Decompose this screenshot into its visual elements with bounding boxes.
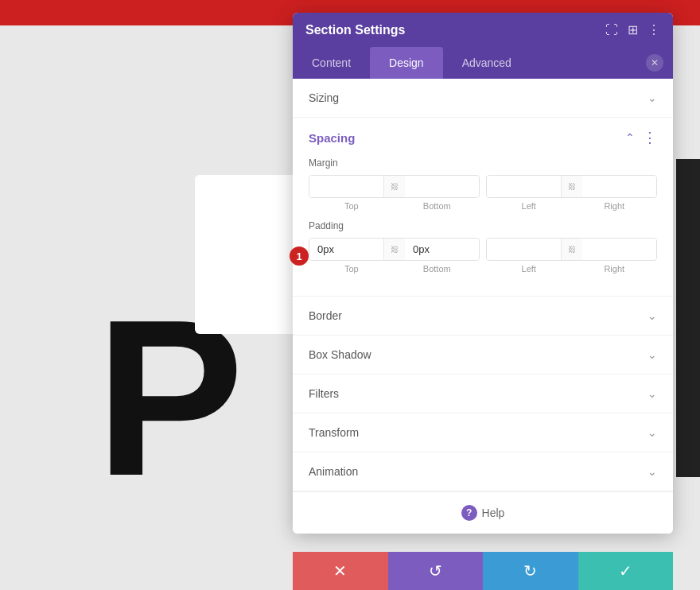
transform-section[interactable]: Transform ⌄ [293, 413, 673, 452]
animation-label: Animation [309, 465, 358, 478]
padding-tb-labels: Top Bottom [309, 264, 480, 274]
margin-top-input[interactable] [309, 176, 383, 197]
spacing-header-icons: ⌃ ⋮ [625, 129, 657, 146]
animation-section[interactable]: Animation ⌄ [293, 452, 673, 491]
help-footer: ? Help [293, 491, 673, 534]
bottom-action-bar: ✕ ↺ ↻ ✓ [293, 552, 673, 590]
tab-content[interactable]: Content [293, 47, 370, 79]
help-button[interactable]: ? Help [461, 505, 505, 521]
sizing-section[interactable]: Sizing ⌄ [293, 79, 673, 118]
margin-top-bottom-group: ⛓ [309, 175, 480, 198]
box-shadow-label: Box Shadow [309, 348, 371, 361]
margin-leftright-group: ⛓ [486, 175, 657, 198]
spacing-section: Spacing ⌃ ⋮ Margin ⛓ [293, 118, 673, 297]
sizing-label: Sizing [309, 91, 339, 104]
margin-tb-labels: Top Bottom [309, 201, 480, 211]
margin-left-label: Left [486, 201, 572, 211]
spacing-content: Margin ⛓ ⛓ [293, 157, 673, 296]
margin-bottom-label: Bottom [395, 201, 480, 211]
save-button[interactable]: ✓ [578, 552, 674, 590]
padding-leftright-group: ⛓ [486, 238, 657, 261]
close-panel-button[interactable]: ✕ [646, 54, 663, 72]
tab-close-area: ✕ [646, 47, 673, 79]
padding-bottom-label: Bottom [395, 264, 480, 274]
padding-lr-labels: Left Right [486, 264, 657, 274]
help-icon: ? [461, 505, 477, 521]
settings-panel: Section Settings ⛶ ⊞ ⋮ Content Design Ad… [293, 13, 673, 534]
transform-label: Transform [309, 426, 359, 439]
tab-advanced[interactable]: Advanced [443, 47, 531, 79]
margin-labels: Top Bottom Left Right [309, 201, 657, 211]
animation-chevron: ⌄ [648, 465, 657, 478]
padding-right-input[interactable] [582, 239, 656, 260]
margin-top-label: Top [309, 201, 395, 211]
margin-lr-labels: Left Right [486, 201, 657, 211]
padding-label: Padding [309, 220, 657, 231]
filters-label: Filters [309, 387, 339, 400]
border-section[interactable]: Border ⌄ [293, 297, 673, 336]
panel-header-icons: ⛶ ⊞ ⋮ [605, 22, 660, 37]
margin-top-bottom-row: ⛓ ⛓ [309, 175, 657, 198]
panel-tabs: Content Design Advanced ✕ [293, 47, 673, 79]
cancel-icon: ✕ [333, 561, 347, 580]
margin-right-input[interactable] [582, 176, 656, 197]
padding-left-label: Left [486, 264, 572, 274]
spacing-title: Spacing [309, 131, 355, 145]
margin-label: Margin [309, 157, 657, 169]
padding-link-leftright-icon[interactable]: ⛓ [561, 239, 582, 260]
transform-chevron: ⌄ [648, 426, 657, 439]
filters-section[interactable]: Filters ⌄ [293, 375, 673, 413]
padding-bottom-input[interactable] [405, 239, 479, 260]
panel-header: Section Settings ⛶ ⊞ ⋮ [293, 13, 673, 47]
margin-right-label: Right [572, 201, 658, 211]
columns-icon[interactable]: ⊞ [628, 22, 638, 37]
padding-top-bottom-row: ⛓ ⛓ [309, 238, 657, 261]
redo-button[interactable]: ↻ [483, 552, 578, 590]
more-icon[interactable]: ⋮ [648, 22, 660, 37]
filters-chevron: ⌄ [648, 387, 657, 400]
tab-design[interactable]: Design [370, 47, 443, 79]
undo-button[interactable]: ↺ [388, 552, 484, 590]
panel-title: Section Settings [305, 23, 405, 37]
padding-top-input[interactable] [309, 239, 383, 260]
padding-left-input[interactable] [487, 239, 561, 260]
padding-right-label: Right [572, 264, 658, 274]
box-shadow-chevron: ⌄ [648, 348, 657, 361]
spacing-header[interactable]: Spacing ⌃ ⋮ [293, 118, 673, 157]
redo-icon: ↻ [523, 561, 537, 580]
help-label: Help [482, 507, 505, 519]
border-chevron: ⌄ [648, 309, 657, 322]
padding-link-topbottom-icon[interactable]: ⛓ [383, 239, 405, 260]
badge-one: 1 [290, 246, 309, 266]
margin-link-topbottom-icon[interactable]: ⛓ [383, 176, 405, 197]
cancel-button[interactable]: ✕ [293, 552, 388, 590]
undo-icon: ↺ [429, 561, 442, 580]
padding-top-bottom-group: ⛓ [309, 238, 480, 261]
panel-body: Sizing ⌄ Spacing ⌃ ⋮ Margin ⛓ [293, 79, 673, 534]
sizing-chevron: ⌄ [648, 91, 657, 104]
spacing-collapse-icon[interactable]: ⌃ [625, 131, 635, 144]
dark-right-strip [676, 159, 700, 477]
margin-left-input[interactable] [487, 176, 561, 197]
save-icon: ✓ [619, 561, 632, 580]
border-label: Border [309, 309, 342, 322]
margin-bottom-input[interactable] [405, 176, 479, 197]
margin-link-leftright-icon[interactable]: ⛓ [561, 176, 582, 197]
box-shadow-section[interactable]: Box Shadow ⌄ [293, 336, 673, 375]
expand-icon[interactable]: ⛶ [605, 23, 618, 37]
padding-labels: Top Bottom Left Right [309, 264, 657, 274]
padding-top-label: Top [309, 264, 395, 274]
spacing-more-icon[interactable]: ⋮ [643, 129, 657, 146]
